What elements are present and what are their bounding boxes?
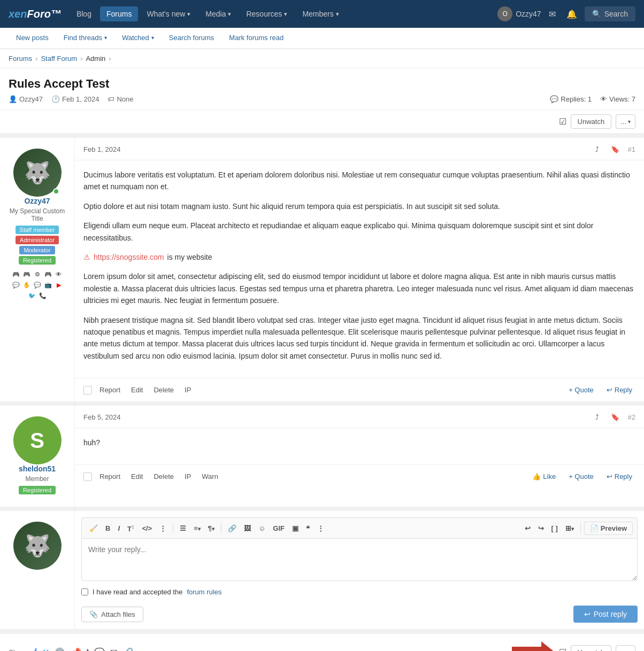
pinterest-share-button[interactable]: 📌	[71, 647, 81, 651]
more-options-button-bottom[interactable]: ... ▾	[616, 645, 635, 651]
more-format-button[interactable]: ⋮	[156, 522, 170, 534]
eraser-button[interactable]: 🧹	[86, 522, 101, 534]
breadcrumb-separator: ›	[109, 55, 111, 63]
tumblr-share-button[interactable]: t	[87, 647, 89, 651]
image-button[interactable]: 🖼	[241, 522, 254, 534]
website-link[interactable]: https://snogssite.com	[94, 251, 164, 263]
more-options-button[interactable]: ... ▾	[616, 114, 635, 129]
share-post-button[interactable]: ⤴	[592, 411, 602, 423]
report-post-button[interactable]: Report	[96, 470, 124, 483]
post-content-1: Ducimus labore veritatis est voluptatum.…	[75, 160, 644, 378]
table-button[interactable]: ⊞▾	[562, 522, 577, 534]
link-button[interactable]: 🔗	[225, 522, 240, 534]
nav-members[interactable]: Members ▾	[296, 6, 345, 21]
twitter-icon: 🐦	[27, 291, 37, 300]
warning-icon: ⚠	[83, 251, 90, 263]
sub-navigation: New posts Find threads ▾ Watched ▾ Searc…	[0, 28, 644, 49]
inline-code-button[interactable]: </>	[139, 522, 155, 534]
ip-button[interactable]: IP	[181, 384, 194, 396]
nav-blog[interactable]: Blog	[70, 6, 98, 21]
warn-button[interactable]: Warn	[198, 470, 221, 483]
nav-resources[interactable]: Resources ▾	[240, 6, 294, 21]
social-icon-1: 👁	[54, 269, 64, 279]
toolbar-separator	[173, 523, 173, 533]
preview-button[interactable]: 📄 Preview	[584, 522, 633, 535]
post-paragraph: Ducimus labore veritatis est voluptatum.…	[83, 169, 635, 193]
reply-textarea[interactable]	[81, 538, 638, 581]
reply-editor: 🧹 B I T↕ </> ⋮ ☰ ≡▾ ¶▾ 🔗 🖼 ☺ GIF ▣ ❝ ⋮ ↩…	[75, 511, 644, 629]
reply-post-button[interactable]: ↩ Reply	[603, 470, 635, 483]
forum-rules-link[interactable]: forum rules	[187, 588, 221, 596]
quote-post-button[interactable]: + Quote	[565, 384, 597, 396]
facebook-share-button[interactable]: f	[34, 647, 36, 651]
post-checkbox[interactable]	[83, 472, 92, 481]
code-block-button[interactable]: [ ]	[548, 522, 561, 534]
bookmark-post-button[interactable]: 🔖	[608, 143, 623, 156]
subnav-mark-read[interactable]: Mark forums read	[221, 28, 291, 49]
post-checkbox[interactable]	[83, 386, 92, 394]
rules-checkbox-input[interactable]	[81, 588, 88, 595]
post-avatar-wrapper: 🐺	[13, 149, 62, 197]
text-size-button[interactable]: T↕	[124, 521, 137, 535]
whatsapp-share-button[interactable]: 💬	[94, 647, 105, 651]
subnav-watched[interactable]: Watched ▾	[114, 28, 162, 49]
reply-sidebar: 🐺	[0, 511, 75, 629]
site-logo[interactable]: xenForo™	[9, 8, 62, 20]
ip-button[interactable]: IP	[181, 470, 194, 483]
staff-member-badge: Staff member	[16, 226, 59, 234]
unwatch-button-bottom[interactable]: Unwatch	[571, 645, 612, 651]
page-title: Rules Accept Test	[9, 77, 635, 91]
post-author-name[interactable]: Ozzy47	[24, 197, 50, 205]
post-author-name[interactable]: sheldon51	[19, 464, 56, 473]
epic-icon: 🎮	[43, 269, 53, 279]
post-sidebar-2: S sheldon51 Member Registered	[0, 406, 75, 507]
breadcrumb-forums[interactable]: Forums	[9, 55, 32, 63]
delete-post-button[interactable]: Delete	[150, 470, 177, 483]
email-share-button[interactable]: ✉	[110, 647, 117, 651]
subnav-new-posts[interactable]: New posts	[9, 28, 56, 49]
subnav-find-threads[interactable]: Find threads ▾	[56, 28, 114, 49]
unwatch-button[interactable]: Unwatch	[571, 114, 612, 129]
post-header-actions-1: ⤴ 🔖 #1	[592, 143, 635, 156]
chevron-down-icon: ▾	[336, 11, 339, 18]
report-post-button[interactable]: Report	[96, 384, 124, 396]
nav-whats-new[interactable]: What's new ▾	[140, 6, 197, 21]
undo-button[interactable]: ↩	[522, 522, 534, 534]
share-icon: ⤴	[595, 413, 599, 421]
bold-button[interactable]: B	[102, 522, 113, 534]
redo-button[interactable]: ↪	[535, 522, 547, 534]
reddit-share-button[interactable]: 👽	[55, 647, 65, 651]
post-reply-button[interactable]: ↩ Post reply	[573, 606, 638, 623]
notifications-icon[interactable]: 🔔	[563, 6, 580, 22]
paragraph-button[interactable]: ¶▾	[205, 522, 218, 534]
italic-button[interactable]: I	[114, 522, 123, 534]
user-menu-button[interactable]: O Ozzy47	[497, 6, 541, 21]
breadcrumb-staff-forum[interactable]: Staff Forum	[41, 55, 77, 63]
emoji-button[interactable]: ☺	[255, 522, 269, 534]
gif-button[interactable]: GIF	[270, 522, 288, 534]
twitter-share-button[interactable]: ✕	[42, 647, 49, 651]
quote-button[interactable]: ❝	[303, 522, 313, 534]
link-share-button[interactable]: 🔗	[122, 647, 133, 651]
bullet-list-button[interactable]: ☰	[177, 522, 189, 534]
post-1: 🐺 Ozzy47 My Special Custom Title Staff m…	[0, 138, 644, 401]
more-insert-button[interactable]: ⋮	[314, 522, 327, 534]
edit-post-button[interactable]: Edit	[128, 470, 146, 483]
align-button[interactable]: ≡▾	[190, 522, 204, 534]
media-button[interactable]: ▣	[289, 522, 302, 534]
nav-media[interactable]: Media ▾	[199, 6, 237, 21]
quote-post-button[interactable]: + Quote	[565, 470, 597, 483]
post-number-2: #2	[628, 413, 635, 421]
subnav-search-forums[interactable]: Search forums	[162, 28, 222, 49]
like-post-button[interactable]: 👍 Like	[529, 470, 559, 483]
nav-forums[interactable]: Forums	[100, 6, 138, 21]
attach-files-button[interactable]: 📎 Attach files	[81, 607, 143, 622]
search-button[interactable]: 🔍 Search	[585, 6, 635, 21]
edit-post-button[interactable]: Edit	[128, 384, 146, 396]
inbox-icon[interactable]: ✉	[546, 6, 559, 22]
post-number-1: #1	[628, 145, 635, 153]
bookmark-post-button[interactable]: 🔖	[608, 411, 623, 423]
share-post-button[interactable]: ⤴	[592, 143, 602, 156]
reply-post-button[interactable]: ↩ Reply	[603, 384, 635, 396]
delete-post-button[interactable]: Delete	[150, 384, 177, 396]
